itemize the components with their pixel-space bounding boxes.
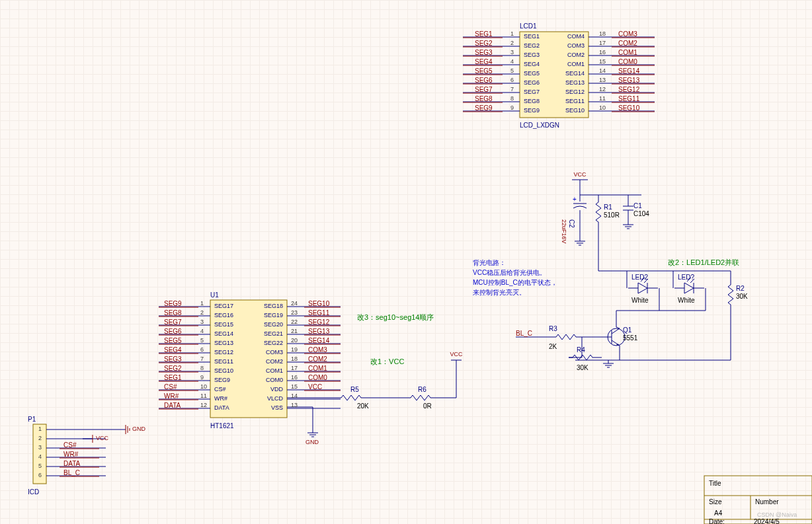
svg-text:SEG7: SEG7 (475, 86, 493, 93)
svg-text:COM3: COM3 (567, 42, 585, 49)
svg-text:13: 13 (291, 402, 298, 408)
svg-text:SEG21: SEG21 (264, 330, 283, 337)
svg-text:11: 11 (599, 95, 606, 102)
svg-text:11: 11 (200, 393, 207, 399)
svg-text:9: 9 (200, 374, 204, 381)
svg-text:SEG12: SEG12 (214, 349, 233, 356)
r2-val: 30K (736, 293, 748, 300)
svg-text:SEG2: SEG2 (475, 40, 493, 47)
note-g1: 改3：seg10~seg14顺序 (357, 313, 434, 321)
svg-text:COM4: COM4 (567, 33, 585, 40)
svg-text:COM2: COM2 (308, 356, 327, 363)
svg-text:18: 18 (291, 356, 298, 362)
svg-text:15: 15 (291, 383, 298, 390)
r2-ref: R2 (736, 285, 745, 292)
svg-text:COM0: COM0 (308, 374, 327, 381)
svg-text:COM0: COM0 (618, 58, 637, 65)
svg-text:SEG11: SEG11 (565, 98, 585, 104)
svg-text:COM3: COM3 (266, 349, 283, 356)
svg-text:SEG14: SEG14 (214, 330, 233, 337)
lcd1-type: LCD_LXDGN (520, 122, 559, 129)
q1-val: 5551 (623, 334, 638, 342)
svg-text:SEG14: SEG14 (308, 337, 330, 344)
svg-text:SEG20: SEG20 (264, 321, 283, 328)
svg-text:SEG9: SEG9 (164, 300, 182, 307)
svg-text:SEG10: SEG10 (565, 107, 585, 114)
svg-text:COM1: COM1 (266, 367, 283, 374)
svg-text:1: 1 (200, 300, 204, 307)
c2-val: 22uF16V (561, 219, 567, 244)
svg-text:10: 10 (599, 104, 606, 111)
svg-text:SEG12: SEG12 (618, 86, 640, 93)
svg-text:7: 7 (200, 356, 204, 362)
svg-text:SEG4: SEG4 (475, 58, 493, 65)
svg-text:12: 12 (599, 86, 606, 93)
svg-text:VSS: VSS (271, 404, 283, 411)
p1-part: ICD (28, 488, 39, 496)
svg-text:CS#: CS# (214, 386, 226, 393)
svg-text:WR#: WR# (214, 395, 227, 402)
svg-text:COM3: COM3 (618, 30, 637, 38)
svg-text:14: 14 (599, 67, 606, 74)
r4-val: 30K (577, 364, 589, 371)
svg-text:SEG11: SEG11 (618, 95, 640, 102)
svg-text:16: 16 (599, 49, 606, 56)
svg-text:SEG10: SEG10 (618, 104, 640, 112)
svg-text:SEG17: SEG17 (214, 303, 233, 309)
svg-text:SEG5: SEG5 (164, 337, 182, 344)
svg-text:COM2: COM2 (618, 40, 637, 47)
svg-text:19: 19 (291, 346, 298, 353)
lcd1-ref: LCD1 (520, 22, 537, 30)
svg-text:SEG2: SEG2 (164, 365, 182, 372)
svg-text:SEG16: SEG16 (214, 312, 233, 318)
svg-text:13: 13 (599, 77, 606, 83)
svg-text:2: 2 (38, 435, 42, 441)
r5-ref: R5 (350, 386, 359, 393)
transistor-q1 (596, 328, 625, 346)
svg-text:SEG1: SEG1 (164, 374, 182, 381)
svg-text:2: 2 (200, 309, 204, 316)
c2-ref: C2 (568, 219, 575, 228)
svg-text:16: 16 (291, 374, 298, 381)
svg-text:3: 3 (510, 49, 514, 56)
svg-text:COM2: COM2 (567, 52, 585, 58)
svg-text:7: 7 (510, 86, 514, 93)
tb-dateval: 2024/4/5 (754, 518, 780, 524)
svg-text:8: 8 (510, 95, 514, 102)
svg-text:6: 6 (38, 472, 42, 478)
svg-text:4: 4 (510, 58, 514, 65)
svg-text:COM0: COM0 (266, 377, 283, 383)
tb-num: Number (755, 498, 779, 505)
svg-text:SEG1: SEG1 (524, 33, 540, 40)
schematic-canvas: LCD1 LCD_LXDGN U1 HT1621 P1 ICD VCC 背光电路… (0, 0, 812, 524)
svg-text:CS#: CS# (164, 383, 177, 391)
svg-text:17: 17 (291, 365, 298, 371)
svg-text:SEG7: SEG7 (524, 89, 540, 95)
svg-text:DATA: DATA (214, 404, 229, 411)
svg-text:8: 8 (200, 365, 204, 371)
svg-text:SEG4: SEG4 (524, 61, 540, 67)
svg-text:SEG9: SEG9 (524, 107, 540, 114)
svg-text:COM1: COM1 (567, 61, 585, 67)
svg-text:18: 18 (599, 30, 606, 37)
svg-text:SEG4: SEG4 (164, 346, 182, 354)
svg-text:WR#: WR# (164, 393, 179, 400)
svg-text:SEG19: SEG19 (264, 312, 283, 318)
svg-text:+: + (573, 196, 577, 203)
svg-text:SEG9: SEG9 (214, 377, 230, 383)
u1-part: HT1621 (210, 422, 234, 430)
svg-text:SEG18: SEG18 (264, 303, 283, 309)
svg-text:4: 4 (38, 453, 42, 460)
svg-text:5: 5 (38, 463, 42, 469)
svg-text:22: 22 (291, 318, 298, 325)
svg-text:SEG10: SEG10 (214, 367, 233, 374)
note-blue-3: 来控制背光亮灭。 (473, 289, 526, 296)
svg-text:SEG2: SEG2 (524, 42, 540, 49)
tb-size: Size (709, 498, 722, 505)
c1-val: C104 (633, 210, 649, 217)
svg-text:BL_C: BL_C (63, 469, 80, 476)
svg-text:14: 14 (291, 393, 298, 399)
svg-text:VDD: VDD (270, 386, 284, 393)
svg-marker-23 (638, 283, 647, 293)
svg-text:SEG11: SEG11 (214, 358, 233, 365)
